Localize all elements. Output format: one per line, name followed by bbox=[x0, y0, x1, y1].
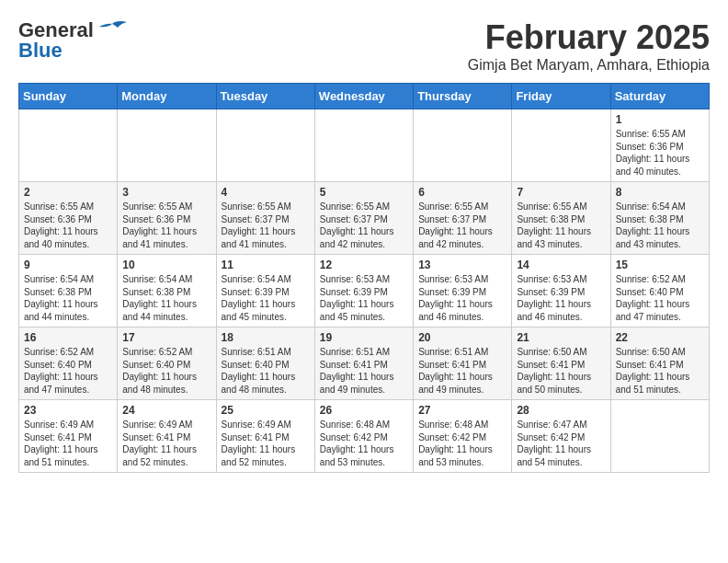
table-row: 5Sunrise: 6:55 AM Sunset: 6:37 PM Daylig… bbox=[314, 182, 413, 255]
calendar-week-row: 23Sunrise: 6:49 AM Sunset: 6:41 PM Dayli… bbox=[19, 400, 710, 473]
table-row: 2Sunrise: 6:55 AM Sunset: 6:36 PM Daylig… bbox=[19, 182, 118, 255]
day-number: 15 bbox=[616, 259, 704, 271]
day-info: Sunrise: 6:52 AM Sunset: 6:40 PM Dayligh… bbox=[122, 346, 210, 396]
day-number: 4 bbox=[222, 186, 310, 199]
table-row: 10Sunrise: 6:54 AM Sunset: 6:38 PM Dayli… bbox=[118, 255, 216, 327]
table-row: 8Sunrise: 6:54 AM Sunset: 6:38 PM Daylig… bbox=[610, 182, 709, 255]
day-info: Sunrise: 6:51 AM Sunset: 6:41 PM Dayligh… bbox=[320, 346, 408, 396]
day-number: 16 bbox=[24, 331, 112, 344]
day-number: 20 bbox=[418, 331, 506, 344]
table-row bbox=[610, 400, 709, 473]
day-number: 27 bbox=[418, 404, 506, 417]
logo-bird-icon bbox=[96, 20, 129, 40]
day-info: Sunrise: 6:48 AM Sunset: 6:42 PM Dayligh… bbox=[418, 419, 506, 468]
day-info: Sunrise: 6:55 AM Sunset: 6:36 PM Dayligh… bbox=[24, 201, 112, 250]
day-info: Sunrise: 6:55 AM Sunset: 6:36 PM Dayligh… bbox=[122, 201, 210, 250]
day-info: Sunrise: 6:52 AM Sunset: 6:40 PM Dayligh… bbox=[24, 346, 112, 396]
table-row: 20Sunrise: 6:51 AM Sunset: 6:41 PM Dayli… bbox=[414, 327, 512, 400]
table-row bbox=[512, 109, 610, 182]
day-info: Sunrise: 6:54 AM Sunset: 6:38 PM Dayligh… bbox=[122, 273, 210, 323]
day-info: Sunrise: 6:49 AM Sunset: 6:41 PM Dayligh… bbox=[24, 419, 112, 468]
col-tuesday: Tuesday bbox=[216, 84, 314, 109]
page-header: General Blue February 2025 Gimja Bet Mar… bbox=[18, 18, 710, 74]
day-info: Sunrise: 6:55 AM Sunset: 6:38 PM Dayligh… bbox=[517, 201, 605, 250]
day-number: 22 bbox=[616, 331, 704, 344]
table-row: 12Sunrise: 6:53 AM Sunset: 6:39 PM Dayli… bbox=[314, 255, 413, 327]
day-info: Sunrise: 6:55 AM Sunset: 6:37 PM Dayligh… bbox=[222, 201, 310, 250]
day-info: Sunrise: 6:51 AM Sunset: 6:41 PM Dayligh… bbox=[418, 346, 506, 396]
col-monday: Monday bbox=[118, 84, 216, 109]
calendar-week-row: 2Sunrise: 6:55 AM Sunset: 6:36 PM Daylig… bbox=[19, 182, 710, 255]
day-info: Sunrise: 6:52 AM Sunset: 6:40 PM Dayligh… bbox=[616, 273, 704, 323]
table-row: 15Sunrise: 6:52 AM Sunset: 6:40 PM Dayli… bbox=[610, 255, 709, 327]
table-row: 28Sunrise: 6:47 AM Sunset: 6:42 PM Dayli… bbox=[512, 400, 610, 473]
day-info: Sunrise: 6:51 AM Sunset: 6:40 PM Dayligh… bbox=[222, 346, 310, 396]
day-number: 7 bbox=[517, 186, 605, 199]
day-number: 12 bbox=[320, 259, 408, 271]
day-number: 2 bbox=[24, 186, 112, 199]
table-row: 14Sunrise: 6:53 AM Sunset: 6:39 PM Dayli… bbox=[512, 255, 610, 327]
col-wednesday: Wednesday bbox=[314, 84, 413, 109]
table-row: 19Sunrise: 6:51 AM Sunset: 6:41 PM Dayli… bbox=[314, 327, 413, 400]
table-row: 21Sunrise: 6:50 AM Sunset: 6:41 PM Dayli… bbox=[512, 327, 610, 400]
day-info: Sunrise: 6:47 AM Sunset: 6:42 PM Dayligh… bbox=[517, 419, 605, 468]
table-row: 6Sunrise: 6:55 AM Sunset: 6:37 PM Daylig… bbox=[414, 182, 512, 255]
table-row: 13Sunrise: 6:53 AM Sunset: 6:39 PM Dayli… bbox=[414, 255, 512, 327]
table-row bbox=[216, 109, 314, 182]
table-row: 25Sunrise: 6:49 AM Sunset: 6:41 PM Dayli… bbox=[216, 400, 314, 473]
day-number: 10 bbox=[122, 259, 210, 271]
day-number: 21 bbox=[517, 331, 605, 344]
calendar-week-row: 16Sunrise: 6:52 AM Sunset: 6:40 PM Dayli… bbox=[19, 327, 710, 400]
location-subtitle: Gimja Bet Maryam, Amhara, Ethiopia bbox=[468, 57, 710, 74]
day-number: 9 bbox=[24, 259, 112, 271]
day-number: 3 bbox=[122, 186, 210, 199]
day-number: 6 bbox=[418, 186, 506, 199]
day-number: 28 bbox=[517, 404, 605, 417]
day-info: Sunrise: 6:53 AM Sunset: 6:39 PM Dayligh… bbox=[418, 273, 506, 323]
day-number: 13 bbox=[418, 259, 506, 271]
day-number: 8 bbox=[616, 186, 704, 199]
table-row: 1Sunrise: 6:55 AM Sunset: 6:36 PM Daylig… bbox=[610, 109, 709, 182]
month-title: February 2025 bbox=[468, 18, 710, 57]
day-info: Sunrise: 6:55 AM Sunset: 6:37 PM Dayligh… bbox=[320, 201, 408, 250]
day-info: Sunrise: 6:53 AM Sunset: 6:39 PM Dayligh… bbox=[517, 273, 605, 323]
day-number: 5 bbox=[320, 186, 408, 199]
day-number: 17 bbox=[122, 331, 210, 344]
col-sunday: Sunday bbox=[19, 84, 118, 109]
table-row: 3Sunrise: 6:55 AM Sunset: 6:36 PM Daylig… bbox=[118, 182, 216, 255]
day-info: Sunrise: 6:49 AM Sunset: 6:41 PM Dayligh… bbox=[122, 419, 210, 468]
day-info: Sunrise: 6:54 AM Sunset: 6:38 PM Dayligh… bbox=[616, 201, 704, 250]
day-number: 1 bbox=[616, 113, 704, 126]
table-row bbox=[314, 109, 413, 182]
day-number: 26 bbox=[320, 404, 408, 417]
col-saturday: Saturday bbox=[610, 84, 709, 109]
table-row: 7Sunrise: 6:55 AM Sunset: 6:38 PM Daylig… bbox=[512, 182, 610, 255]
table-row bbox=[19, 109, 118, 182]
table-row: 27Sunrise: 6:48 AM Sunset: 6:42 PM Dayli… bbox=[414, 400, 512, 473]
day-number: 19 bbox=[320, 331, 408, 344]
logo: General Blue bbox=[18, 18, 131, 63]
day-info: Sunrise: 6:53 AM Sunset: 6:39 PM Dayligh… bbox=[320, 273, 408, 323]
table-row: 9Sunrise: 6:54 AM Sunset: 6:38 PM Daylig… bbox=[19, 255, 118, 327]
table-row: 22Sunrise: 6:50 AM Sunset: 6:41 PM Dayli… bbox=[610, 327, 709, 400]
col-friday: Friday bbox=[512, 84, 610, 109]
table-row: 24Sunrise: 6:49 AM Sunset: 6:41 PM Dayli… bbox=[118, 400, 216, 473]
day-number: 18 bbox=[222, 331, 310, 344]
table-row: 23Sunrise: 6:49 AM Sunset: 6:41 PM Dayli… bbox=[19, 400, 118, 473]
day-info: Sunrise: 6:54 AM Sunset: 6:38 PM Dayligh… bbox=[24, 273, 112, 323]
table-row bbox=[414, 109, 512, 182]
day-info: Sunrise: 6:49 AM Sunset: 6:41 PM Dayligh… bbox=[222, 419, 310, 468]
title-block: February 2025 Gimja Bet Maryam, Amhara, … bbox=[468, 18, 710, 74]
table-row: 17Sunrise: 6:52 AM Sunset: 6:40 PM Dayli… bbox=[118, 327, 216, 400]
calendar-table: Sunday Monday Tuesday Wednesday Thursday… bbox=[18, 83, 710, 473]
day-info: Sunrise: 6:50 AM Sunset: 6:41 PM Dayligh… bbox=[517, 346, 605, 396]
table-row: 18Sunrise: 6:51 AM Sunset: 6:40 PM Dayli… bbox=[216, 327, 314, 400]
table-row: 11Sunrise: 6:54 AM Sunset: 6:39 PM Dayli… bbox=[216, 255, 314, 327]
day-number: 23 bbox=[24, 404, 112, 417]
col-thursday: Thursday bbox=[414, 84, 512, 109]
day-number: 24 bbox=[122, 404, 210, 417]
calendar-week-row: 1Sunrise: 6:55 AM Sunset: 6:36 PM Daylig… bbox=[19, 109, 710, 182]
table-row bbox=[118, 109, 216, 182]
day-number: 14 bbox=[517, 259, 605, 271]
day-number: 25 bbox=[222, 404, 310, 417]
